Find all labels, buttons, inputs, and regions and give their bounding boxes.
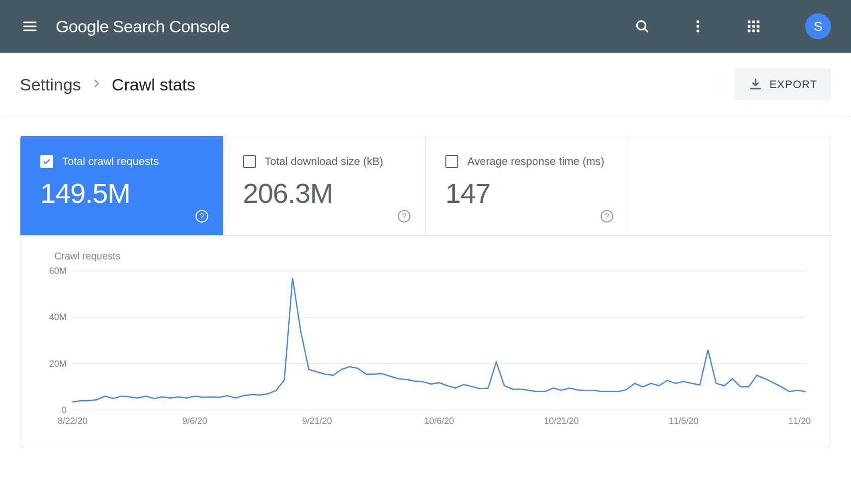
metric-label: Average response time (ms) — [467, 155, 604, 168]
svg-text:60M: 60M — [49, 266, 67, 276]
svg-text:11/5/20: 11/5/20 — [669, 416, 698, 426]
logo-google-word: Google — [56, 17, 109, 36]
export-button[interactable]: EXPORT — [735, 69, 831, 100]
metric-label: Total crawl requests — [62, 155, 159, 168]
app-bar: Google Search Console S — [0, 0, 851, 53]
metric-blank — [628, 136, 831, 235]
breadcrumb-current: Crawl stats — [112, 75, 195, 94]
metric-average-response-time[interactable]: Average response time (ms) 147 ? — [426, 136, 628, 235]
svg-point-2 — [696, 25, 699, 28]
sub-header: Settings Crawl stats EXPORT — [0, 53, 851, 116]
svg-rect-6 — [757, 20, 759, 23]
svg-text:10/21/20: 10/21/20 — [544, 416, 579, 426]
svg-text:11/20/20: 11/20/20 — [788, 416, 811, 426]
checkbox-checked-icon — [40, 155, 53, 168]
svg-rect-4 — [748, 20, 750, 23]
metric-total-crawl-requests[interactable]: Total crawl requests 149.5M ? — [20, 136, 223, 235]
chevron-right-icon — [91, 77, 102, 92]
chart-container: Crawl requests 020M40M60M8/22/209/6/209/… — [20, 236, 831, 447]
svg-rect-10 — [748, 29, 750, 32]
svg-text:20M: 20M — [49, 359, 67, 369]
logo-product-word: Search Console — [113, 17, 230, 36]
crawl-requests-line-chart: 020M40M60M8/22/209/6/209/21/2010/6/2010/… — [40, 266, 811, 430]
svg-point-1 — [696, 20, 699, 23]
breadcrumb-parent-link[interactable]: Settings — [20, 75, 81, 94]
crawl-stats-card: Total crawl requests 149.5M ? Total down… — [20, 136, 831, 447]
metric-label: Total download size (kB) — [265, 155, 383, 168]
download-icon — [749, 78, 763, 91]
svg-point-3 — [696, 30, 699, 33]
svg-rect-9 — [757, 25, 759, 27]
metric-total-download-size[interactable]: Total download size (kB) 206.3M ? — [223, 136, 426, 235]
avatar-initial: S — [814, 19, 822, 34]
svg-rect-5 — [752, 20, 755, 23]
help-icon[interactable]: ? — [195, 209, 209, 223]
metric-value: 206.3M — [243, 177, 406, 209]
svg-text:10/6/20: 10/6/20 — [424, 416, 454, 426]
svg-text:9/6/20: 9/6/20 — [182, 416, 207, 426]
chart-title: Crawl requests — [54, 251, 811, 262]
checkbox-unchecked-icon — [445, 155, 458, 168]
checkbox-unchecked-icon — [243, 155, 256, 168]
menu-icon — [22, 18, 38, 34]
hamburger-menu-button[interactable] — [20, 16, 40, 36]
svg-text:?: ? — [199, 212, 204, 221]
content-area: Total crawl requests 149.5M ? Total down… — [0, 116, 851, 467]
metric-value: 147 — [445, 177, 608, 209]
breadcrumb: Settings Crawl stats — [20, 75, 195, 94]
profile-avatar[interactable]: S — [805, 13, 831, 39]
help-icon[interactable]: ? — [397, 209, 411, 223]
svg-text:9/21/20: 9/21/20 — [302, 416, 332, 426]
google-apps-button[interactable] — [742, 14, 766, 38]
more-vert-icon — [690, 18, 706, 34]
more-options-button[interactable] — [686, 14, 710, 38]
svg-rect-12 — [757, 29, 759, 32]
apps-grid-icon — [747, 19, 761, 33]
help-icon[interactable]: ? — [600, 209, 614, 223]
metric-value: 149.5M — [40, 177, 203, 209]
svg-text:40M: 40M — [49, 312, 67, 322]
search-icon — [634, 18, 650, 34]
svg-text:?: ? — [402, 212, 406, 221]
metric-tabs: Total crawl requests 149.5M ? Total down… — [20, 136, 831, 236]
svg-text:8/22/20: 8/22/20 — [58, 416, 87, 426]
svg-text:?: ? — [604, 212, 609, 221]
search-button[interactable] — [630, 14, 654, 38]
svg-rect-11 — [752, 29, 755, 32]
app-logo: Google Search Console — [56, 17, 230, 36]
svg-rect-8 — [752, 25, 755, 27]
svg-text:0: 0 — [62, 405, 67, 415]
export-button-label: EXPORT — [769, 78, 817, 91]
svg-rect-7 — [748, 25, 750, 27]
